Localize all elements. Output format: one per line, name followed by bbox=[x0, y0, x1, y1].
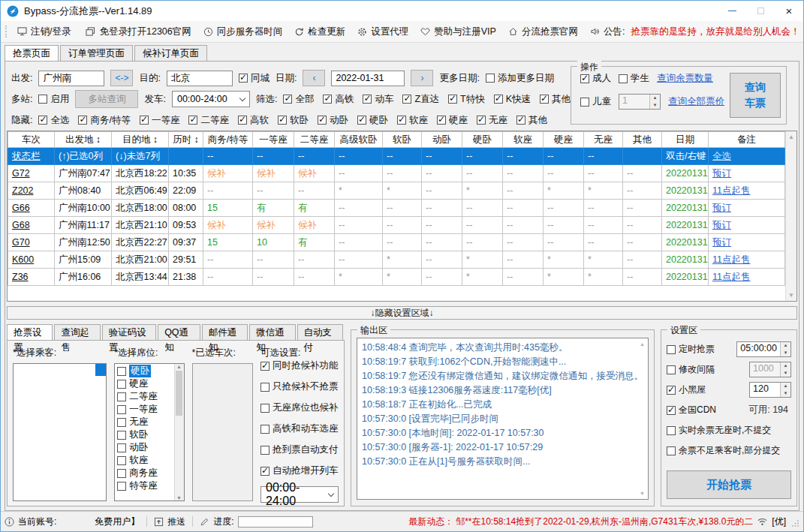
seat-item-2-checkbox[interactable] bbox=[117, 392, 126, 401]
spin-down-icon[interactable]: ▼ bbox=[781, 350, 790, 357]
hide-5[interactable]: 软卧 bbox=[278, 114, 309, 127]
action-link[interactable]: 11点起售 bbox=[709, 269, 785, 286]
date-input[interactable]: 2022-01-31 bbox=[331, 71, 405, 86]
hide-9-checkbox[interactable] bbox=[437, 116, 446, 125]
action-link[interactable]: 11点起售 bbox=[709, 251, 785, 269]
swap-stations-button[interactable]: <-> bbox=[110, 70, 133, 86]
filter-1-checkbox[interactable] bbox=[323, 95, 332, 104]
setting-5[interactable]: 余票不足乘客时,部分提交 bbox=[667, 444, 791, 457]
spin-down-icon[interactable]: ▼ bbox=[781, 390, 790, 398]
train-number-link[interactable]: K600 bbox=[8, 251, 55, 269]
toolbar-sync-server-time[interactable]: 同步服务器时间 bbox=[197, 26, 289, 38]
grab-option-0[interactable]: 同时抢候补功能 bbox=[260, 359, 339, 372]
seat-item-5[interactable]: 软卧 bbox=[115, 428, 173, 441]
filter-3[interactable]: Z直达 bbox=[402, 93, 439, 106]
student-checkbox[interactable] bbox=[619, 74, 628, 83]
filter-6[interactable]: 其他 bbox=[540, 93, 571, 106]
setting-0[interactable]: 定时抢票 bbox=[667, 343, 736, 356]
scroll-down-icon[interactable]: ▼ bbox=[640, 491, 645, 496]
hide-1-checkbox[interactable] bbox=[78, 116, 87, 125]
column-header-11[interactable]: 软座 bbox=[503, 132, 544, 148]
toolbar-open-12306[interactable]: 免登录打开12306官网 bbox=[80, 26, 197, 38]
seat-listbox[interactable]: 硬卧硬座二等座一等座无座软卧动卧软座商务座特等座 ▲ ▼ bbox=[114, 363, 184, 501]
hide-10[interactable]: 无座 bbox=[477, 114, 507, 127]
setting-0-spinbox[interactable]: 05:00:00▲▼ bbox=[736, 341, 791, 357]
seat-item-9[interactable]: 特等座 bbox=[115, 479, 173, 492]
hide-8-checkbox[interactable] bbox=[397, 116, 406, 125]
toolbar-check-update[interactable]: 检查更新 bbox=[288, 26, 351, 38]
scroll-up-icon[interactable]: ▲ bbox=[176, 364, 182, 369]
grab-option-4[interactable]: 抢到票自动支付 bbox=[260, 443, 339, 456]
column-header-0[interactable]: 车次 bbox=[8, 132, 55, 148]
seat-item-8-checkbox[interactable] bbox=[117, 469, 126, 478]
action-link[interactable]: 预订 bbox=[709, 165, 785, 182]
resize-grip[interactable] bbox=[791, 519, 799, 530]
from-input[interactable]: 广州南 bbox=[38, 71, 104, 86]
tab-wechat-notify[interactable]: 微信通知 bbox=[249, 324, 295, 340]
train-row[interactable]: G68广州南11:17北京西21:1009:53候补候补候补----------… bbox=[8, 217, 785, 234]
query-remaining-link[interactable]: 查询余票数量 bbox=[657, 72, 713, 85]
setting-2[interactable]: 小黑屋 bbox=[667, 383, 749, 396]
tab-auto-pay[interactable]: 自动支付 bbox=[297, 324, 343, 340]
scroll-down-icon[interactable]: ▼ bbox=[788, 292, 794, 299]
scrollbar-thumb[interactable] bbox=[176, 371, 182, 416]
child-count-spinner[interactable]: ▲▼ bbox=[649, 95, 660, 109]
column-header-12[interactable]: 硬座 bbox=[544, 132, 584, 148]
hide-2[interactable]: 一等座 bbox=[140, 114, 180, 127]
depart-time-select[interactable]: 00:00-24:00 bbox=[172, 91, 250, 107]
select-all-link[interactable]: 全选 bbox=[709, 148, 785, 165]
seat-item-0[interactable]: 硬卧 bbox=[115, 365, 173, 377]
column-header-13[interactable]: 无座 bbox=[584, 132, 623, 148]
to-input[interactable]: 北京 bbox=[167, 71, 233, 86]
toolbar-official-site[interactable]: 分流抢票官网 bbox=[502, 26, 584, 38]
setting-1-checkbox[interactable] bbox=[667, 365, 676, 374]
multi-station-enable[interactable]: 启用 bbox=[38, 93, 69, 106]
grab-option-4-checkbox[interactable] bbox=[260, 446, 270, 455]
setting-5-checkbox[interactable] bbox=[667, 446, 676, 455]
add-more-dates[interactable]: 添加更多日期 bbox=[486, 72, 554, 85]
hide-11-checkbox[interactable] bbox=[516, 116, 525, 125]
spin-up-icon[interactable]: ▲ bbox=[650, 95, 660, 102]
column-header-14[interactable]: 其他 bbox=[623, 132, 662, 148]
column-header-8[interactable]: 软卧 bbox=[383, 132, 422, 148]
add-more-dates-checkbox[interactable] bbox=[486, 74, 495, 83]
seat-item-3[interactable]: 一等座 bbox=[115, 403, 173, 416]
column-header-16[interactable]: 备注 bbox=[709, 132, 785, 148]
hide-2-checkbox[interactable] bbox=[140, 116, 149, 125]
hide-4[interactable]: 高软 bbox=[238, 114, 269, 127]
setting-2-spinbox[interactable]: 120▲▼ bbox=[749, 382, 791, 398]
column-header-3[interactable]: 历时 ↕ bbox=[169, 132, 203, 148]
setting-3-checkbox[interactable] bbox=[667, 406, 676, 415]
date-prev-button[interactable]: ‹ bbox=[303, 70, 325, 86]
hide-6-checkbox[interactable] bbox=[318, 116, 327, 125]
filter-0-checkbox[interactable] bbox=[283, 95, 292, 104]
tab-grab-page[interactable]: 抢票页面 bbox=[5, 45, 59, 61]
student[interactable]: 学生 bbox=[619, 72, 649, 85]
hide-11[interactable]: 其他 bbox=[516, 114, 547, 127]
filter-4[interactable]: T特快 bbox=[448, 93, 485, 106]
table-scrollbar[interactable]: ▲ ▼ bbox=[785, 131, 796, 301]
toolbar-grip[interactable] bbox=[5, 26, 7, 38]
seat-item-9-checkbox[interactable] bbox=[117, 482, 126, 491]
filter-0[interactable]: 全部 bbox=[283, 93, 314, 106]
train-number-link[interactable]: G68 bbox=[8, 217, 55, 234]
hide-settings-divider[interactable]: ↓隐藏设置区域↓ bbox=[7, 306, 797, 320]
filter-5-checkbox[interactable] bbox=[494, 95, 503, 104]
seat-item-4[interactable]: 无座 bbox=[115, 416, 173, 428]
setting-4-checkbox[interactable] bbox=[667, 426, 676, 435]
scroll-down-icon[interactable]: ▼ bbox=[176, 495, 182, 500]
tab-captcha-settings[interactable]: 验证码设置 bbox=[102, 324, 156, 340]
minimize-button[interactable] bbox=[718, 1, 746, 21]
column-header-2[interactable]: 目的地 ↕ bbox=[112, 132, 169, 148]
hide-0-checkbox[interactable] bbox=[38, 116, 47, 125]
column-header-5[interactable]: 一等座 bbox=[253, 132, 294, 148]
column-header-6[interactable]: 二等座 bbox=[294, 132, 335, 148]
train-row[interactable]: Z202广州08:40北京西06:4922:09------**--*--**-… bbox=[8, 182, 785, 200]
grab-option-1-checkbox[interactable] bbox=[260, 383, 270, 392]
seat-item-5-checkbox[interactable] bbox=[117, 431, 126, 440]
column-header-9[interactable]: 动卧 bbox=[422, 132, 462, 148]
hide-5-checkbox[interactable] bbox=[278, 116, 287, 125]
filter-4-checkbox[interactable] bbox=[448, 95, 457, 104]
seat-item-0-checkbox[interactable] bbox=[117, 367, 126, 376]
train-number-link[interactable]: Z36 bbox=[8, 269, 55, 286]
